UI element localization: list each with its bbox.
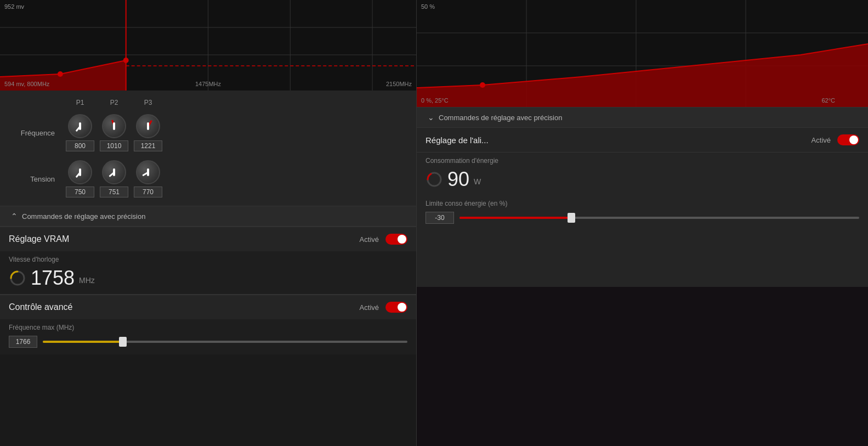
clock-label: Vitesse d'horloge: [0, 251, 416, 264]
tens-knob-p2[interactable]: [102, 160, 126, 184]
svg-point-10: [123, 58, 129, 63]
precision-controls-right[interactable]: ⌄ Commandes de réglage avec précision: [417, 107, 868, 128]
tens-val-p2[interactable]: 751: [100, 187, 128, 197]
knobs-section: P1 P2 P3 Fréquence 800: [0, 91, 416, 206]
power-section: Réglage de l'ali... Activé Consommation …: [417, 128, 868, 287]
consumption-value: 90: [447, 168, 469, 191]
limit-slider-thumb[interactable]: [568, 213, 575, 223]
svg-point-18: [480, 82, 485, 88]
tens-knob-p3[interactable]: [136, 160, 160, 184]
power-header: Réglage de l'ali... Activé: [417, 128, 868, 153]
chart-mv-label: 952 mv: [4, 3, 24, 10]
freq-slider-value: 1766: [9, 336, 37, 348]
chevron-down-right-icon: ⌄: [428, 113, 434, 122]
right-bottom-dark: [417, 287, 868, 446]
precision-label-left: Commandes de réglage avec précision: [22, 212, 145, 221]
power-status-group: Activé: [812, 134, 859, 145]
precision-controls-left[interactable]: ⌃ Commandes de réglage avec précision: [0, 206, 416, 227]
right-chart-top: 50 %: [421, 3, 435, 10]
left-panel: 952 mv 594 mv, 800MHz 1475MHz 2150MHz P1…: [0, 0, 417, 446]
vram-toggle[interactable]: [385, 234, 407, 245]
freq-knob-p2[interactable]: [102, 114, 126, 138]
advanced-toggle[interactable]: [385, 302, 407, 313]
advanced-status-group: Activé: [360, 302, 407, 313]
freq-slider-track[interactable]: [43, 341, 407, 343]
vram-title: Réglage VRAM: [9, 234, 69, 244]
p1-label: P1: [76, 99, 84, 106]
chart-bottom-right: 2150MHz: [386, 81, 412, 87]
limit-label: Limite conso énergie (en %): [417, 195, 868, 208]
right-chart-bottom-left: 0 %, 25°C: [421, 97, 449, 104]
power-title: Réglage de l'ali...: [426, 136, 489, 145]
limit-slider-row: -30: [417, 208, 868, 230]
limit-slider-value: -30: [426, 212, 454, 224]
limit-slider-track[interactable]: [459, 217, 859, 219]
tension-label: Tension: [11, 175, 66, 183]
clock-value: 1758: [31, 267, 75, 290]
advanced-title: Contrôle avancé: [9, 302, 73, 312]
power-toggle[interactable]: [837, 134, 859, 145]
chart-bottom-mid: 1475MHz: [195, 81, 221, 87]
clock-gauge: [9, 269, 26, 287]
consumption-label: Consommation d'énergie: [417, 153, 868, 166]
tens-val-p3[interactable]: 770: [134, 187, 162, 197]
vram-section: Réglage VRAM Activé Vitesse d'horloge 17…: [0, 227, 416, 294]
tension-row: Tension 750 751: [11, 160, 405, 197]
advanced-status-label: Activé: [360, 303, 379, 312]
right-chart: 50 % 0 %, 25°C 62°C: [417, 0, 868, 107]
right-panel: 50 % 0 %, 25°C 62°C ⌄ Commandes de régla…: [417, 0, 868, 446]
clock-value-row: 1758 MHz: [0, 264, 416, 294]
chart-bottom-left: 594 mv, 800MHz: [4, 81, 49, 87]
advanced-section: Contrôle avancé Activé Fréquence max (MH…: [0, 295, 416, 354]
frequency-row: Fréquence 800 1010: [11, 114, 405, 151]
consumption-gauge: [426, 171, 443, 188]
freq-knob-p1[interactable]: [68, 114, 92, 138]
precision-label-right: Commandes de réglage avec précision: [439, 114, 562, 122]
chevron-up-icon: ⌃: [11, 212, 18, 221]
freq-slider-row: 1766: [0, 332, 416, 354]
tens-knob-p1[interactable]: [68, 160, 92, 184]
p3-label: P3: [144, 99, 152, 106]
freq-val-p2[interactable]: 1010: [100, 140, 128, 151]
vram-status-group: Activé: [360, 234, 407, 245]
consumption-unit: W: [474, 177, 481, 186]
left-bottom-dark: [0, 354, 416, 446]
power-status-label: Activé: [812, 136, 831, 144]
vram-header: Réglage VRAM Activé: [0, 227, 416, 251]
svg-point-9: [58, 71, 63, 77]
freq-knob-p3[interactable]: [136, 114, 160, 138]
left-chart: 952 mv 594 mv, 800MHz 1475MHz 2150MHz: [0, 0, 416, 91]
advanced-header: Contrôle avancé Activé: [0, 295, 416, 319]
freq-slider-thumb[interactable]: [119, 337, 127, 347]
svg-marker-17: [417, 44, 868, 107]
tens-val-p1[interactable]: 750: [66, 187, 94, 197]
freq-val-p1[interactable]: 800: [66, 140, 94, 151]
vram-status-label: Activé: [360, 235, 379, 244]
freq-max-label: Fréquence max (MHz): [0, 319, 416, 332]
frequency-label: Fréquence: [11, 129, 66, 137]
clock-unit: MHz: [79, 276, 95, 285]
right-chart-bottom-right: 62°C: [821, 97, 835, 104]
freq-val-p3[interactable]: 1221: [134, 140, 162, 151]
consumption-value-row: 90 W: [417, 166, 868, 195]
p2-label: P2: [110, 99, 118, 106]
